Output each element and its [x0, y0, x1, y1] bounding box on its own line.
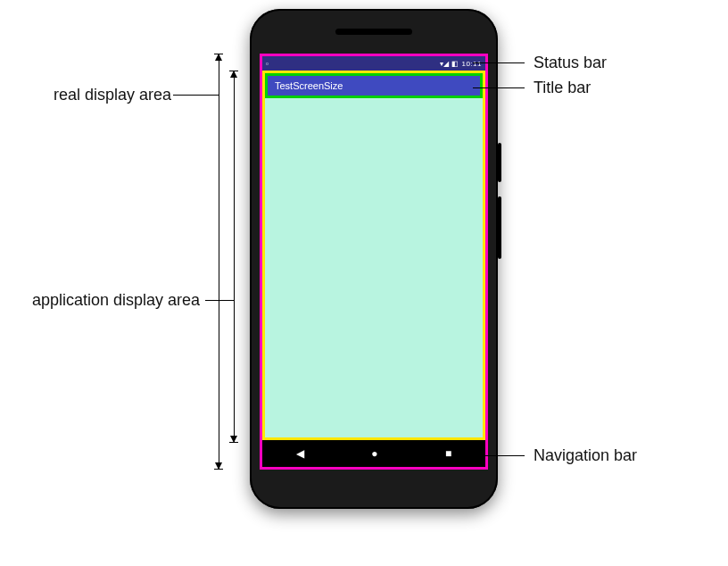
leader-line — [473, 62, 525, 63]
nav-back-icon[interactable]: ◀ — [296, 447, 304, 460]
application-display-extent-line — [234, 71, 235, 443]
arrow-up-icon — [215, 54, 222, 61]
phone-side-button — [498, 143, 501, 182]
leader-line — [205, 300, 234, 301]
status-time: 10:11 — [461, 60, 482, 68]
phone-side-button — [498, 196, 501, 259]
status-bar-label: Status bar — [534, 54, 607, 72]
arrow-down-icon — [230, 436, 237, 443]
nav-home-icon[interactable]: ● — [371, 447, 377, 460]
status-right: ▾◢ ◧ 10:11 — [440, 60, 483, 68]
title-bar-label: Title bar — [534, 79, 591, 97]
signal-icons: ▾◢ ◧ — [440, 60, 459, 68]
real-display-extent-line — [219, 54, 219, 470]
application-display-area-label: application display area — [32, 291, 200, 310]
status-bar: ▫ ▾◢ ◧ 10:11 — [262, 56, 485, 71]
navigation-bar[interactable]: ◀ ● ■ — [262, 440, 485, 467]
arrow-down-icon — [215, 462, 222, 470]
leader-line — [485, 455, 525, 456]
leader-line — [173, 95, 219, 96]
phone-frame: ▫ ▾◢ ◧ 10:11 TestScreenSize ◀ ● ■ — [250, 9, 498, 509]
app-title: TestScreenSize — [275, 80, 343, 91]
real-display-area: ▫ ▾◢ ◧ 10:11 TestScreenSize ◀ ● ■ — [260, 54, 488, 470]
application-display-area: TestScreenSize — [262, 71, 485, 440]
nav-recent-icon[interactable]: ■ — [445, 447, 451, 460]
real-display-area-label: real display area — [54, 86, 171, 104]
title-bar: TestScreenSize — [265, 73, 483, 98]
app-content — [265, 98, 483, 437]
phone-speaker — [335, 29, 412, 35]
status-notification-icon: ▫ — [266, 60, 269, 68]
navigation-bar-label: Navigation bar — [534, 446, 637, 465]
arrow-up-icon — [230, 71, 237, 78]
leader-line — [473, 87, 525, 88]
